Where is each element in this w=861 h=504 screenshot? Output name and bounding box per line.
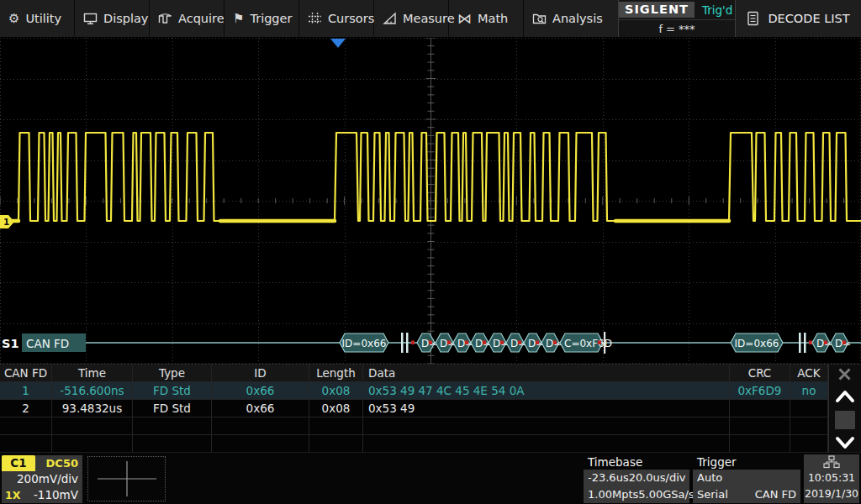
menu-item-label: Measure bbox=[403, 12, 455, 25]
clock-date: 2019/1/30 bbox=[805, 486, 858, 501]
channel-1-waveform bbox=[12, 133, 861, 221]
table-cell bbox=[212, 417, 309, 435]
table-cell: Length bbox=[309, 365, 363, 382]
table-cell bbox=[0, 435, 52, 453]
memory-depth: 1.00Mpts bbox=[588, 486, 638, 503]
truncation-dot bbox=[824, 341, 827, 345]
trigger-type: Serial bbox=[697, 486, 728, 503]
bus-id-bubble-text: ID=0x66 bbox=[342, 338, 387, 349]
table-cell: -516.600ns bbox=[52, 382, 133, 400]
channel-1-descriptor[interactable]: C1 DC50 200mV/div 1X -110mV bbox=[2, 455, 82, 503]
trigger-mode: Auto bbox=[697, 470, 722, 486]
add-channel-slot[interactable] bbox=[87, 456, 166, 501]
scroll-thumb[interactable] bbox=[835, 411, 855, 429]
frequency-counter: f = *** bbox=[619, 19, 735, 37]
sample-rate: 5.00GSa/s bbox=[638, 486, 694, 503]
channel-1-marker-label: 1 bbox=[3, 217, 9, 227]
truncation-dot bbox=[411, 341, 415, 345]
trigger-title: Trigger bbox=[693, 454, 800, 470]
channel-1-tab[interactable]: C1 bbox=[2, 455, 35, 471]
truncation-dot bbox=[536, 341, 539, 345]
table-scrollbar bbox=[828, 365, 861, 453]
cursors-icon bbox=[308, 12, 322, 25]
truncation-dot bbox=[429, 341, 432, 345]
truncation-dot bbox=[553, 341, 557, 345]
channel-scale: 200mV/div bbox=[2, 471, 82, 487]
status-block: SIGLENT Trig'd f = *** bbox=[618, 0, 736, 37]
menu-item-cursors[interactable]: Cursors bbox=[299, 0, 374, 37]
analysis-icon bbox=[532, 12, 547, 25]
table-row[interactable]: 293.4832usFD Std0x660x080x53 49 bbox=[0, 400, 861, 417]
close-icon[interactable] bbox=[837, 367, 851, 381]
table-row[interactable] bbox=[0, 435, 861, 453]
bus-source-label: S1 bbox=[2, 337, 19, 350]
chevron-down-icon bbox=[835, 436, 855, 449]
table-cell: FD Std bbox=[133, 400, 212, 417]
table-header-row: CAN FDTimeTypeIDLengthDataCRCACK bbox=[0, 365, 861, 382]
table-cell bbox=[790, 417, 828, 435]
oscilloscope-screen: ⚙ Utility Display Acquire ⚑ Trigger bbox=[0, 0, 861, 504]
truncation-dot bbox=[518, 341, 521, 345]
table-cell bbox=[52, 435, 133, 453]
scroll-up-button[interactable] bbox=[834, 387, 856, 406]
menu-item-analysis[interactable]: Analysis bbox=[524, 0, 599, 37]
frame-separator-bar bbox=[406, 333, 409, 353]
siglent-logo: SIGLENT bbox=[619, 2, 695, 18]
menu-item-label: Analysis bbox=[552, 12, 603, 25]
display-icon bbox=[83, 12, 98, 25]
menu-item-math[interactable]: ⋈ Math bbox=[449, 0, 524, 37]
table-cell bbox=[0, 417, 52, 435]
truncation-dot bbox=[843, 341, 846, 345]
menu-item-label: Cursors bbox=[328, 12, 374, 25]
truncation-dot bbox=[598, 341, 601, 345]
timebase-descriptor[interactable]: Timebase -23.6us 20.0us/div 1.00Mpts 5.0… bbox=[584, 454, 689, 503]
trigger-descriptor[interactable]: Trigger Auto Serial CAN FD bbox=[693, 454, 800, 503]
crosshair-icon bbox=[96, 459, 158, 498]
table-cell: ID bbox=[212, 365, 309, 382]
table-cell bbox=[133, 417, 212, 435]
table-cell: Data bbox=[363, 365, 730, 382]
table-row[interactable] bbox=[0, 417, 861, 435]
table-cell: 1 bbox=[0, 382, 52, 400]
channel-offset: -110mV bbox=[20, 487, 82, 503]
menu-item-acquire[interactable]: Acquire bbox=[150, 0, 224, 37]
waveform-display-area: 1S1CAN FDID=0x66D=D=D=D=D=D=D=D=C=0xF6DI… bbox=[0, 38, 861, 364]
menu-item-trigger[interactable]: ⚑ Trigger bbox=[224, 0, 299, 37]
timebase-scale: 20.0us/div bbox=[629, 470, 686, 486]
trigger-position-marker[interactable] bbox=[330, 39, 346, 48]
menu-item-utility[interactable]: ⚙ Utility bbox=[0, 0, 75, 37]
table-cell: CRC bbox=[730, 365, 790, 382]
frame-end-mark bbox=[604, 332, 605, 354]
menu-item-measure[interactable]: Measure bbox=[374, 0, 449, 37]
menu-item-display[interactable]: Display bbox=[75, 0, 150, 37]
timebase-delay: -23.6us bbox=[588, 470, 629, 486]
table-cell bbox=[730, 435, 790, 453]
table-cell: 0x53 49 bbox=[363, 400, 730, 417]
table-cell: ACK bbox=[790, 365, 828, 382]
scroll-down-button[interactable] bbox=[834, 433, 856, 452]
menu-item-label: Utility bbox=[25, 12, 61, 25]
table-cell: 0x53 49 47 4C 45 4E 54 0A bbox=[363, 382, 730, 400]
trigger-flag-icon: ⚑ bbox=[233, 13, 244, 25]
menu-item-label: Math bbox=[478, 12, 508, 25]
table-cell: Type bbox=[133, 365, 212, 382]
table-cell: 0x08 bbox=[309, 400, 363, 417]
table-cell bbox=[730, 400, 790, 417]
menu-item-label: Display bbox=[103, 12, 148, 25]
clock-panel: 10:05:31 2019/1/30 bbox=[804, 454, 859, 503]
decode-list-label: DECODE LIST bbox=[768, 12, 849, 25]
bus-id-bubble-text: ID=0x66 bbox=[735, 338, 779, 349]
menu-item-label: Acquire bbox=[178, 12, 224, 25]
frame-separator-bar bbox=[804, 333, 806, 353]
truncation-dot bbox=[500, 341, 504, 345]
decode-result-table: CAN FDTimeTypeIDLengthDataCRCACK1-516.60… bbox=[0, 364, 861, 452]
table-cell bbox=[363, 435, 730, 453]
menu-bar: ⚙ Utility Display Acquire ⚑ Trigger bbox=[0, 0, 861, 38]
trigger-status-badge: Trig'd bbox=[702, 3, 732, 17]
truncation-dot bbox=[447, 341, 451, 345]
table-cell bbox=[133, 435, 212, 453]
table-row[interactable]: 1-516.600nsFD Std0x660x080x53 49 47 4C 4… bbox=[0, 382, 861, 400]
table-cell: 2 bbox=[0, 400, 52, 417]
decode-list-button[interactable]: DECODE LIST bbox=[736, 0, 861, 37]
table-cell: 0x08 bbox=[309, 382, 363, 400]
